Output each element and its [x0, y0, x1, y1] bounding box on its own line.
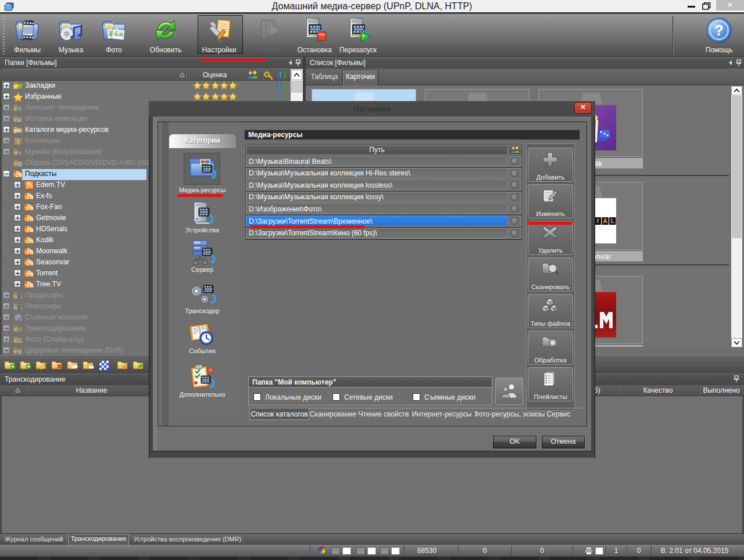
- svg-text:I: I: [597, 218, 599, 224]
- svg-text:L: L: [611, 218, 614, 224]
- svg-text:A: A: [603, 218, 607, 224]
- svg-text:?: ?: [714, 22, 723, 38]
- svg-text:?: ?: [20, 318, 22, 322]
